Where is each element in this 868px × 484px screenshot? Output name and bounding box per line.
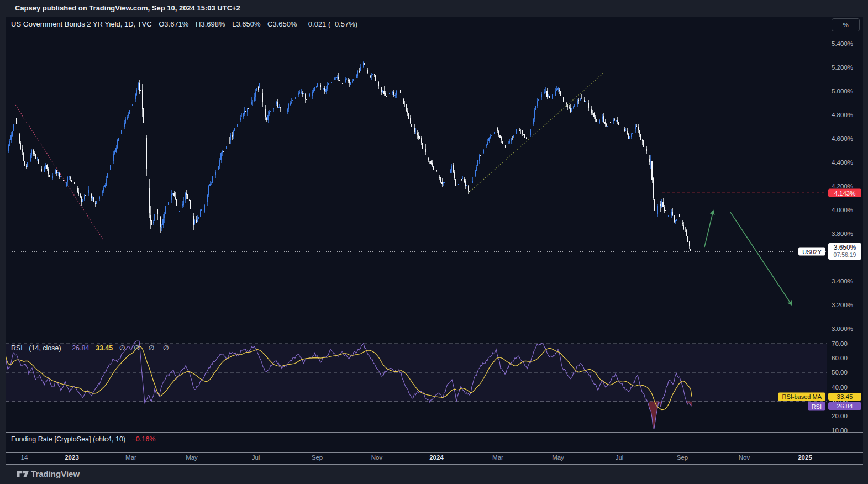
time-tick-label: 14 xyxy=(21,454,28,461)
alert-price-badge: 4.143% xyxy=(828,189,861,197)
chart-widget[interactable]: US Government Bonds 2 YR Yield, 1D, TVC … xyxy=(6,17,863,465)
symbol-last-price-label: US02Y xyxy=(798,248,825,256)
ohlc-open: O3.671% xyxy=(159,20,188,28)
rsi-value-badge: 26.84 xyxy=(828,402,861,410)
price-tick-label: 4.000% xyxy=(832,207,853,213)
price-tick-label: 4.800% xyxy=(832,112,853,118)
funding-value: −0.16% xyxy=(132,435,156,443)
price-tick-label: 5.200% xyxy=(832,64,853,71)
rsi-header: RSI (14, close) 26.84 33.45 ∅ ∅ ∅ ∅ xyxy=(11,344,177,352)
funding-header: Funding Rate [CryptoSea] (ohlc4, 10) −0.… xyxy=(11,435,160,443)
rsi-current-value: 26.84 xyxy=(72,344,89,352)
rsi-hidden-values: ∅ ∅ ∅ ∅ xyxy=(119,344,172,352)
symbol-header: US Government Bonds 2 YR Yield, 1D, TVC … xyxy=(11,20,362,28)
chart-plot-area[interactable] xyxy=(6,17,827,465)
last-price-badge: 3.650% 07:56:19 xyxy=(828,243,861,260)
price-tick-label: 4.600% xyxy=(832,135,853,142)
symbol-title: US Government Bonds 2 YR Yield, 1D, TVC xyxy=(11,20,152,28)
chart-bottom-border xyxy=(6,464,863,465)
downtrend-late-2022 xyxy=(15,105,103,239)
time-tick-label: 2023 xyxy=(65,454,79,461)
rsi-tick-label: 40.00 xyxy=(832,384,848,391)
time-tick-label: May xyxy=(186,454,198,461)
publish-text: Capsey published on TradingView.com, Sep… xyxy=(15,4,240,12)
time-tick-label: Jul xyxy=(252,454,260,461)
rsi-tick-label: 10.00 xyxy=(832,427,848,434)
tradingview-snapshot: Capsey published on TradingView.com, Sep… xyxy=(0,0,868,484)
footer-bar: TradingView xyxy=(0,465,868,484)
time-tick-label: 2024 xyxy=(429,454,444,461)
time-tick-label: May xyxy=(552,454,564,461)
tradingview-logo-icon[interactable] xyxy=(17,470,29,479)
ohlc-close: C3.650% xyxy=(267,20,297,28)
candlestick-series xyxy=(6,61,691,252)
rsi-ma-current-value: 33.45 xyxy=(96,344,113,352)
time-axis[interactable]: 142023MarMayJulSepNov2024MarMayJulSepNov… xyxy=(6,452,863,464)
rsi-series-label: RSI xyxy=(808,402,825,411)
rsi-ma-series-label: RSI-based MA xyxy=(778,392,825,401)
funding-title: Funding Rate [CryptoSea] (ohlc4, 10) xyxy=(11,435,125,443)
time-tick-label: Nov xyxy=(739,454,750,461)
unit-percent-button[interactable]: % xyxy=(832,18,860,31)
time-tick-label: Sep xyxy=(312,454,323,461)
time-axis-border xyxy=(6,452,863,453)
time-tick-label: 2025 xyxy=(798,454,812,461)
time-tick-label: Sep xyxy=(677,454,688,461)
price-change: −0.021 (−0.57%) xyxy=(304,20,357,28)
price-tick-label: 5.000% xyxy=(832,88,853,94)
rsi-tick-label: 70.00 xyxy=(832,340,848,347)
bounce-up xyxy=(704,211,713,247)
ohlc-high: H3.698% xyxy=(196,20,225,28)
price-tick-label: 3.800% xyxy=(832,230,853,237)
price-tick-label: 3.200% xyxy=(832,302,853,308)
pane-separator-funding[interactable] xyxy=(6,432,863,433)
time-tick-label: Nov xyxy=(371,454,382,461)
rsi-tick-label: 20.00 xyxy=(832,413,848,419)
bar-countdown: 07:56:19 xyxy=(828,251,861,259)
last-price-value: 3.650% xyxy=(834,244,856,251)
publish-bar: Capsey published on TradingView.com, Sep… xyxy=(0,0,868,17)
price-tick-label: 3.400% xyxy=(832,278,853,285)
rsi-title: RSI (14, close) xyxy=(11,344,66,352)
price-axis[interactable]: % 4.143% 3.650% 07:56:19 33.45 26.84 5.4… xyxy=(827,17,863,465)
price-tick-label: 4.400% xyxy=(832,159,853,166)
rsi-ma-value-badge: 33.45 xyxy=(828,393,861,401)
rsi-tick-label: 60.00 xyxy=(832,355,848,361)
pane-separator-rsi[interactable] xyxy=(6,338,863,338)
time-tick-label: Mar xyxy=(125,454,136,461)
price-tick-label: 3.000% xyxy=(832,325,853,332)
projection-down xyxy=(730,212,792,305)
price-axis-border xyxy=(827,17,827,465)
ohlc-low: L3.650% xyxy=(232,20,260,28)
time-tick-label: Mar xyxy=(492,454,503,461)
uptrend-2024 xyxy=(469,73,603,193)
tradingview-wordmark[interactable]: TradingView xyxy=(31,469,80,478)
time-tick-label: Jul xyxy=(616,454,624,461)
price-tick-label: 5.400% xyxy=(832,40,853,47)
rsi-tick-label: 50.00 xyxy=(832,369,848,376)
